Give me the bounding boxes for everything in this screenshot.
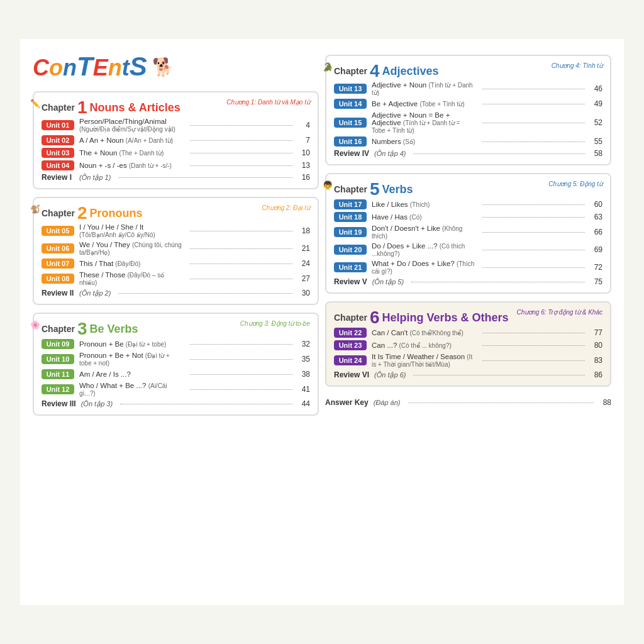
unit-14-row: Unit 14 Be + Adjective (Tobe + Tính từ) … xyxy=(334,99,602,109)
unit-01-row: Unit 01 Person/Place/Thing/Animal (Người… xyxy=(42,118,310,133)
unit-02-badge: Unit 02 xyxy=(42,135,74,145)
unit-04-page: 13 xyxy=(300,161,310,170)
unit-02-text: A / An + Noun (A/An + Danh từ) xyxy=(79,136,182,144)
unit-01-text: Person/Place/Thing/Animal (Người/Địa điể… xyxy=(79,118,182,133)
review-1-page: 16 xyxy=(300,173,310,182)
contents-title: ConTEntS 🐕 xyxy=(33,52,319,82)
unit-18-text: Have / Has (Có) xyxy=(372,213,475,221)
review-5-label: Review V xyxy=(334,277,367,286)
unit-16-badge: Unit 16 xyxy=(334,136,367,147)
unit-04-text: Noun + -s / -es (Danh từ + -s/-) xyxy=(79,162,182,169)
unit-13-badge: Unit 13 xyxy=(334,84,367,94)
unit-15-row: Unit 15 Adjective + Noun = Be + Adjectiv… xyxy=(334,111,602,134)
chapter4-label: Chapter xyxy=(334,66,367,76)
chapter-4-box: 🐊 Chapter 4 Adjectives Chương 4: Tính từ… xyxy=(325,55,611,165)
unit-04-row: Unit 04 Noun + -s / -es (Danh từ + -s/-)… xyxy=(42,160,310,170)
chapter6-num: 6 xyxy=(370,309,380,326)
unit-06-badge: Unit 06 xyxy=(42,243,74,253)
unit-12-text: Who / What + Be ...? (Ai/Cái gì...?) xyxy=(79,382,182,397)
unit-20-badge: Unit 20 xyxy=(334,245,367,255)
unit-01-page: 4 xyxy=(300,121,310,130)
review-4-label: Review IV xyxy=(334,149,369,158)
unit-09-badge: Unit 09 xyxy=(42,339,74,349)
unit-23-badge: Unit 23 xyxy=(334,340,367,350)
unit-08-badge: Unit 08 xyxy=(42,274,74,284)
review-6-row: Review VI (Ôn tập 6) 86 xyxy=(334,370,602,379)
review-5-text: (Ôn tập 5) xyxy=(372,278,404,286)
chapter6-label: Chapter xyxy=(334,313,367,323)
chapter5-subtitle: Chương 5: Động từ xyxy=(548,180,602,187)
unit-12-row: Unit 12 Who / What + Be ...? (Ai/Cái gì.… xyxy=(42,382,310,397)
review-2-label: Review II xyxy=(42,289,74,297)
chapter5-title: Verbs xyxy=(382,183,413,196)
chapter3-icon: 🌸 xyxy=(30,320,40,330)
chapter3-title: Be Verbs xyxy=(89,323,138,336)
chapter6-title: Helping Verbs & Others xyxy=(382,311,508,325)
chapter2-label: Chapter xyxy=(42,208,75,218)
review-6-text: (Ôn tập 6) xyxy=(374,371,406,379)
unit-19-badge: Unit 19 xyxy=(334,227,367,237)
review-4-row: Review IV (Ôn tập 4) 58 xyxy=(334,149,602,158)
unit-05-row: Unit 05 I / You / He / She / It (Tôi/Bạn… xyxy=(42,223,310,238)
unit-22-badge: Unit 22 xyxy=(334,328,367,338)
unit-21-row: Unit 21 What + Do / Does + Like? (Thích … xyxy=(334,260,602,275)
right-column: 🐊 Chapter 4 Adjectives Chương 4: Tính từ… xyxy=(325,52,611,592)
unit-14-badge: Unit 14 xyxy=(334,99,367,109)
unit-08-row: Unit 08 These / Those (Đây/Đó – số nhiều… xyxy=(42,271,310,286)
chapter1-label: Chapter xyxy=(42,103,75,113)
unit-05-badge: Unit 05 xyxy=(42,226,74,236)
unit-02-page: 7 xyxy=(300,136,310,145)
unit-07-text: This / That (Đây/Đó) xyxy=(79,260,182,267)
unit-13-row: Unit 13 Adjective + Noun (Tính từ + Danh… xyxy=(334,81,602,96)
unit-12-badge: Unit 12 xyxy=(42,384,74,394)
chapter6-subtitle: Chương 6: Trợ động từ & Khác xyxy=(516,309,602,316)
unit-09-text: Pronoun + Be (Đại từ + tobe) xyxy=(79,340,182,348)
unit-11-badge: Unit 11 xyxy=(42,369,74,379)
answer-key-viet: (Đáp án) xyxy=(374,399,401,406)
unit-18-row: Unit 18 Have / Has (Có) 63 xyxy=(334,212,602,222)
unit-20-text: Do / Does + Like ...? (Có thích ...không… xyxy=(372,242,475,257)
unit-03-row: Unit 03 The + Noun (The + Danh từ) 10 xyxy=(42,148,310,158)
unit-06-text: We / You / They (Chúng tôi, chúng ta/Bạn… xyxy=(79,241,182,256)
answer-key-row: Answer Key (Đáp án) 88 xyxy=(325,394,611,411)
chapter-6-box: Chapter 6 Helping Verbs & Others Chương … xyxy=(325,301,611,387)
unit-05-text: I / You / He / She / It (Tôi/Bạn/Anh ấy/… xyxy=(79,223,182,238)
dotted-line xyxy=(190,165,293,166)
review-3-text: (Ôn tập 3) xyxy=(81,400,113,408)
unit-06-row: Unit 06 We / You / They (Chúng tôi, chún… xyxy=(42,241,310,256)
unit-02-row: Unit 02 A / An + Noun (A/An + Danh từ) 7 xyxy=(42,135,310,145)
unit-19-row: Unit 19 Don't / Doesn't + Like (Không th… xyxy=(334,225,602,240)
review-6-label: Review VI xyxy=(334,370,369,379)
unit-24-badge: Unit 24 xyxy=(334,355,367,365)
review-2-text: (Ôn tập 2) xyxy=(79,289,111,297)
chapter-1-box: ✏️ Chapter 1 Nouns & Articles Chương 1: … xyxy=(33,91,319,189)
chapter4-num: 4 xyxy=(370,62,380,80)
unit-13-text: Adjective + Noun (Tính từ + Danh từ) xyxy=(372,81,475,96)
chapter-3-box: 🌸 Chapter 3 Be Verbs Chương 3: Động từ t… xyxy=(33,313,319,416)
review-1-row: Review I (Ôn tập 1) 16 xyxy=(42,173,310,182)
review-1-label: Review I xyxy=(42,173,74,182)
chapter5-num: 5 xyxy=(370,180,380,198)
chapter-5-box: 👦 Chapter 5 Verbs Chương 5: Động từ Unit… xyxy=(325,173,611,294)
unit-23-text: Can ...? (Có thể ... không?) xyxy=(372,341,475,349)
chapter2-icon: 🐒 xyxy=(30,204,40,214)
chapter2-num: 2 xyxy=(77,204,87,222)
unit-03-text: The + Noun (The + Danh từ) xyxy=(79,149,182,157)
dotted-line xyxy=(190,153,293,153)
unit-04-badge: Unit 04 xyxy=(42,160,74,170)
unit-22-text: Can / Can't (Có thể/Không thể) xyxy=(372,329,475,336)
unit-21-badge: Unit 21 xyxy=(334,262,367,272)
chapter5-icon: 👦 xyxy=(323,180,333,190)
unit-07-badge: Unit 07 xyxy=(42,258,74,269)
unit-17-text: Like / Likes (Thích) xyxy=(372,201,475,208)
unit-10-text: Pronoun + Be + Not (Đại từ + tobe + not) xyxy=(79,352,182,367)
dotted-line xyxy=(190,140,293,141)
review-3-row: Review III (Ôn tập 3) 44 xyxy=(42,399,310,408)
unit-09-row: Unit 09 Pronoun + Be (Đại từ + tobe) 32 xyxy=(42,339,310,349)
chapter3-num: 3 xyxy=(77,320,87,338)
unit-10-badge: Unit 10 xyxy=(42,354,74,364)
chapter1-title: Nouns & Articles xyxy=(89,101,180,114)
unit-24-row: Unit 24 It Is Time / Weather / Season (I… xyxy=(334,353,602,368)
chapter1-icon: ✏️ xyxy=(30,99,40,108)
title-area: ConTEntS 🐕 xyxy=(33,52,319,85)
